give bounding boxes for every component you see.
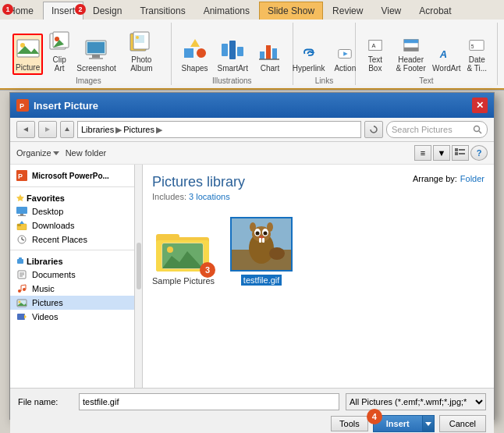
libraries-header: Libraries xyxy=(10,254,142,268)
view-buttons: ≡ ▼ ? xyxy=(414,145,488,161)
svg-point-67 xyxy=(23,288,26,291)
svg-text:P: P xyxy=(18,172,23,180)
search-placeholder: Search Pictures xyxy=(392,125,453,134)
svg-rect-53 xyxy=(18,215,26,216)
svg-marker-75 xyxy=(24,314,27,319)
sidebar-downloads-label: Downloads xyxy=(32,221,74,230)
file-thumbnail xyxy=(230,217,293,272)
filename-label: File name: xyxy=(18,397,73,406)
sidebar-desktop-label: Desktop xyxy=(32,207,63,216)
locations-link[interactable]: 3 locations xyxy=(189,192,230,201)
svg-line-42 xyxy=(479,131,481,133)
breadcrumb-libraries: Libraries xyxy=(81,125,114,134)
dialog-bottom: File name: All Pictures (*.emf;*.wmf;*.j… xyxy=(10,388,494,433)
svg-rect-55 xyxy=(17,224,21,226)
files-grid: 3 xyxy=(152,217,484,286)
sidebar-powerpnt-label: Microsoft PowerPo... xyxy=(32,172,109,180)
svg-marker-98 xyxy=(425,422,431,426)
up-button[interactable] xyxy=(60,121,74,138)
svg-point-41 xyxy=(474,126,480,132)
sidebar-scrollbar[interactable] xyxy=(134,165,142,388)
cancel-button[interactable]: Cancel xyxy=(439,415,486,432)
svg-marker-38 xyxy=(45,127,50,132)
sidebar-desktop[interactable]: Desktop xyxy=(10,204,142,218)
file-item-testfile[interactable]: testfile.gif xyxy=(230,217,293,286)
sidebar-pictures[interactable]: Pictures xyxy=(10,296,142,310)
sidebar-recent[interactable]: Recent Places xyxy=(10,232,142,247)
organize-label: Organize xyxy=(16,148,51,158)
dialog-toolbar: Libraries ▶ Pictures ▶ Search Pictures xyxy=(10,118,494,142)
svg-marker-39 xyxy=(65,127,69,131)
svg-point-97 xyxy=(269,247,285,260)
content-title: Pictures library xyxy=(152,174,245,190)
svg-point-91 xyxy=(264,232,268,236)
content-subtitle: Includes: 3 locations xyxy=(152,192,245,201)
sidebar-documents[interactable]: Documents xyxy=(10,268,142,282)
svg-rect-74 xyxy=(17,314,25,320)
svg-rect-77 xyxy=(156,234,179,240)
sidebar-downloads[interactable]: Downloads xyxy=(10,218,142,232)
svg-marker-43 xyxy=(53,151,59,155)
filename-input[interactable] xyxy=(79,393,339,410)
step3-badge: 3 xyxy=(200,262,215,278)
organize-button[interactable]: Organize xyxy=(16,148,59,158)
search-box[interactable]: Search Pictures xyxy=(386,121,488,138)
svg-rect-95 xyxy=(259,238,261,243)
svg-rect-51 xyxy=(16,207,27,214)
svg-line-69 xyxy=(21,285,26,286)
svg-rect-46 xyxy=(455,152,458,155)
svg-point-82 xyxy=(167,247,173,253)
buttons-row: Tools 4 Insert Cancel xyxy=(18,415,486,432)
step4-badge: 4 xyxy=(367,409,382,424)
filename-row: File name: All Pictures (*.emf;*.wmf;*.j… xyxy=(18,393,486,410)
sidebar-div1 xyxy=(10,186,142,187)
sidebar-videos[interactable]: Videos xyxy=(10,310,142,324)
filetype-select[interactable]: All Pictures (*.emf;*.wmf;*.jpg;* xyxy=(346,393,486,410)
sidebar-div2 xyxy=(10,250,142,250)
svg-point-93 xyxy=(250,222,256,232)
svg-rect-96 xyxy=(262,238,264,243)
sidebar-videos-label: Videos xyxy=(32,312,58,321)
dialog-close-button[interactable]: ✕ xyxy=(472,98,488,113)
testfile-label: testfile.gif xyxy=(241,275,282,286)
breadcrumb[interactable]: Libraries ▶ Pictures ▶ xyxy=(77,121,361,138)
sidebar-music-label: Music xyxy=(32,284,55,293)
dialog-titlebar: P Insert Picture ✕ xyxy=(10,93,494,118)
sidebar-powerpnt[interactable]: P Microsoft PowerPo... xyxy=(10,168,142,183)
insert-dropdown-button[interactable] xyxy=(422,415,435,432)
favorites-header: Favorites xyxy=(10,190,142,204)
arrange-by: Arrange by: Folder xyxy=(413,174,484,183)
arrange-value[interactable]: Folder xyxy=(460,174,484,183)
dialog-app-icon: P xyxy=(16,99,29,112)
svg-rect-44 xyxy=(455,148,458,151)
view-details-button[interactable] xyxy=(452,145,469,161)
scrollbar-thumb xyxy=(137,243,141,289)
forward-button[interactable] xyxy=(38,121,57,138)
svg-rect-45 xyxy=(459,149,465,151)
insert-button-group: 4 Insert xyxy=(373,415,435,432)
view-dropdown-button[interactable]: ▼ xyxy=(433,145,450,161)
sidebar-documents-label: Documents xyxy=(32,270,76,279)
sidebar-recent-label: Recent Places xyxy=(32,235,87,244)
file-item-sample[interactable]: 3 xyxy=(152,228,215,286)
tools-button[interactable]: Tools xyxy=(331,416,368,431)
refresh-button[interactable] xyxy=(364,121,383,138)
sidebar-music[interactable]: Music xyxy=(10,282,142,296)
dialog-title: Insert Picture xyxy=(34,100,98,112)
svg-rect-47 xyxy=(459,153,465,154)
help-button[interactable]: ? xyxy=(470,145,488,161)
dialog-overlay: P Insert Picture ✕ Libraries ▶ Pictures … xyxy=(0,0,504,433)
svg-point-90 xyxy=(256,232,260,236)
dialog-sidebar: P Microsoft PowerPo... Favorites Desktop… xyxy=(10,165,143,388)
view-list-button[interactable]: ≡ xyxy=(414,145,431,161)
svg-rect-52 xyxy=(20,214,23,215)
svg-marker-50 xyxy=(16,194,24,201)
sidebar-pictures-label: Pictures xyxy=(32,298,63,307)
back-button[interactable] xyxy=(16,121,35,138)
svg-point-66 xyxy=(18,289,21,293)
dialog-content: Pictures library Includes: 3 locations A… xyxy=(143,165,494,388)
new-folder-button[interactable]: New folder xyxy=(66,148,107,158)
svg-rect-61 xyxy=(19,257,22,260)
breadcrumb-pictures: Pictures xyxy=(123,125,154,134)
new-folder-label: New folder xyxy=(66,148,107,158)
